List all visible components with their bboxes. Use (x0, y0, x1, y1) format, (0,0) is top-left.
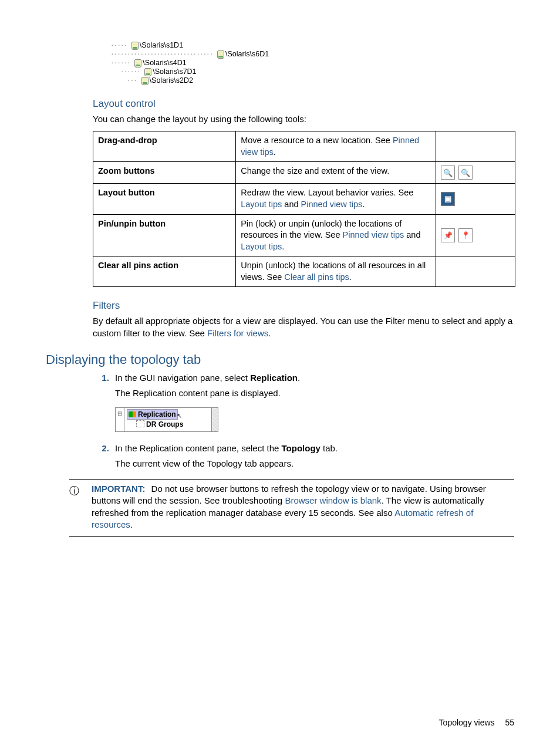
tool-icons-cell: 📌📍 (436, 214, 515, 256)
zoom-out-icon: 🔍 (458, 166, 473, 180)
table-row: Pin/unpin button Pin (lock) or unpin (un… (93, 214, 515, 256)
tree-node-label: \Solaris\s6D1 (225, 50, 269, 59)
layout-control-intro: You can change the layout by using the f… (93, 113, 514, 125)
tool-name: Layout button (93, 184, 236, 214)
page-footer: Topology views 55 (439, 718, 514, 727)
zoom-in-icon: 🔍 (441, 166, 455, 180)
steps-list: In the GUI navigation pane, select Repli… (93, 372, 514, 470)
layout-tools-table: Drag-and-drop Move a resource to a new l… (93, 131, 515, 287)
pinned-view-tips-link[interactable]: Pinned view tips (301, 200, 363, 209)
layout-control-heading: Layout control (93, 98, 514, 110)
disk-icon (134, 59, 141, 67)
tree-node-label: \Solaris\s2D2 (150, 76, 193, 85)
tool-name: Drag-and-drop (93, 131, 236, 162)
layout-tips-link[interactable]: Layout tips (241, 200, 282, 209)
nav-item-replication: Replication (138, 410, 176, 418)
step-1: In the GUI navigation pane, select Repli… (112, 372, 514, 439)
footer-title: Topology views (439, 718, 495, 727)
dr-groups-icon (136, 420, 144, 427)
table-row: Clear all pins action Unpin (unlock) the… (93, 256, 515, 287)
layout-icon: ▣ (441, 192, 455, 206)
tree-view-figure: ····· \Solaris\s1D1 ····················… (110, 41, 514, 85)
tool-icons-cell: ▣ (436, 184, 515, 214)
disk-icon (144, 68, 151, 76)
unpin-icon: 📍 (458, 228, 473, 242)
tree-node-label: \Solaris\s4D1 (143, 59, 186, 67)
tool-icons-cell (436, 256, 515, 287)
page-number: 55 (505, 718, 514, 727)
tool-desc: Unpin (unlock) the locations of all reso… (236, 256, 436, 287)
displaying-topology-heading: Displaying the topology tab (46, 352, 514, 367)
tool-icons-cell (436, 131, 515, 162)
nav-item-dr-groups: DR Groups (146, 420, 183, 428)
filters-heading: Filters (93, 300, 514, 312)
important-label: IMPORTANT: (92, 484, 145, 494)
disk-icon (141, 77, 149, 85)
tool-desc: Redraw the view. Layout behavior varies.… (236, 184, 436, 214)
tree-node-label: \Solaris\s1D1 (140, 41, 183, 50)
tool-name: Pin/unpin button (93, 214, 236, 256)
important-note: ⓘ IMPORTANT: Do not use browser buttons … (69, 479, 514, 537)
tool-desc: Change the size and extent of the view. (236, 162, 436, 184)
tree-node-label: \Solaris\s7D1 (153, 67, 196, 76)
important-icon: ⓘ (69, 483, 92, 531)
clear-all-pins-tips-link[interactable]: Clear all pins tips (284, 272, 349, 282)
layout-tips-link[interactable]: Layout tips (241, 242, 282, 251)
tool-desc: Pin (lock) or unpin (unlock) the locatio… (236, 214, 436, 256)
tool-name: Clear all pins action (93, 256, 236, 287)
replication-icon (129, 411, 136, 417)
filters-text: By default all appropriate objects for a… (93, 315, 514, 339)
browser-window-blank-link[interactable]: Browser window is blank (285, 495, 381, 505)
step-1-result: The Replication content pane is displaye… (115, 387, 514, 399)
scrollbar (212, 408, 218, 432)
nav-pane-figure: ⊟ Replication↖ DR Groups ▬▬▬ (115, 407, 218, 432)
table-row: Layout button Redraw the view. Layout be… (93, 184, 515, 214)
tool-name: Zoom buttons (93, 162, 236, 184)
step-2-result: The current view of the Topology tab app… (115, 458, 514, 470)
pinned-view-tips-link[interactable]: Pinned view tips (343, 230, 404, 239)
step-2: In the Replication content pane, select … (112, 443, 514, 470)
disk-icon (217, 50, 224, 59)
filters-for-views-link[interactable]: Filters for views (207, 328, 268, 338)
table-row: Zoom buttons Change the size and extent … (93, 162, 515, 184)
cursor-icon: ↖ (177, 411, 182, 420)
tool-desc: Move a resource to a new location. See P… (236, 131, 436, 162)
pin-icon: 📌 (441, 228, 455, 242)
table-row: Drag-and-drop Move a resource to a new l… (93, 131, 515, 162)
tool-icons-cell: 🔍🔍 (436, 162, 515, 184)
disk-icon (131, 42, 139, 50)
tree-handle-icon: ⊟ (116, 408, 124, 432)
